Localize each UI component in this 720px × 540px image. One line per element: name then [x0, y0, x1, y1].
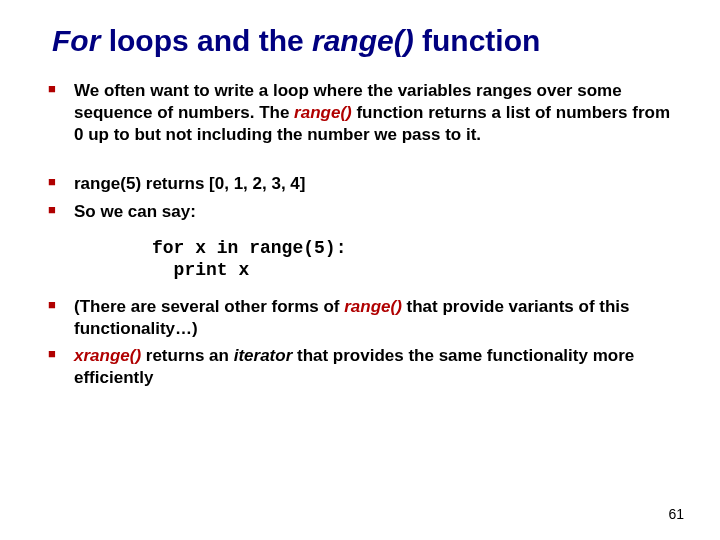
spacer [44, 151, 676, 173]
bullet1-range: range() [294, 103, 352, 122]
title-tail: function [414, 24, 541, 57]
title-mid: loops and the [100, 24, 312, 57]
bullet-list: We often want to write a loop where the … [44, 80, 676, 223]
slide-title: For loops and the range() function [52, 24, 676, 58]
bullet-list-2: (There are several other forms of range(… [44, 296, 676, 389]
bullet-item-3: So we can say: [44, 201, 676, 223]
bullet-item-2: range(5) returns [0, 1, 2, 3, 4] [44, 173, 676, 195]
bullet-item-5: xrange() returns an iterator that provid… [44, 345, 676, 389]
bullet3-text: So we can say: [74, 202, 196, 221]
bullet5-mid: returns an [141, 346, 234, 365]
bullet5-xrange: xrange() [74, 346, 141, 365]
bullet4-range: range() [344, 297, 402, 316]
bullet5-iterator: iterator [234, 346, 293, 365]
page-number: 61 [668, 506, 684, 522]
bullet-item-1: We often want to write a loop where the … [44, 80, 676, 145]
bullet-item-4: (There are several other forms of range(… [44, 296, 676, 340]
bullet2-text: range(5) returns [0, 1, 2, 3, 4] [74, 174, 305, 193]
title-for: For [52, 24, 100, 57]
code-block: for x in range(5): print x [152, 237, 676, 282]
bullet4-pre: (There are several other forms of [74, 297, 344, 316]
slide: For loops and the range() function We of… [0, 0, 720, 540]
title-range: range() [312, 24, 414, 57]
